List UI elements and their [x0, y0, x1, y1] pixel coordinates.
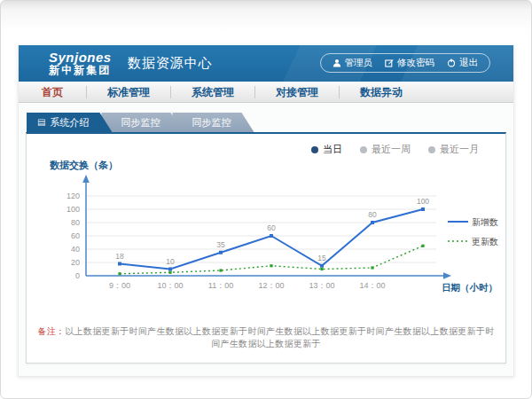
svg-text:35: 35 — [216, 240, 225, 249]
chart-svg: 0204060801001209：0010：0011：0012：0013：001… — [37, 158, 498, 313]
power-icon — [447, 59, 456, 67]
svg-text:120: 120 — [66, 192, 80, 200]
tab-label: 系统介绍 — [50, 113, 89, 132]
tab-label: 同步监控 — [192, 113, 231, 132]
svg-text:15: 15 — [317, 254, 326, 262]
svg-text:13：00: 13：00 — [309, 281, 334, 290]
radio-label: 最近一月 — [440, 143, 479, 156]
app-window: Synjones 新中新集团 数据资源中心 管理员 修改密码 — [18, 45, 514, 377]
svg-text:9：00: 9：00 — [109, 281, 130, 290]
user-icon — [332, 59, 341, 67]
svg-text:11：00: 11：00 — [208, 281, 233, 290]
svg-text:12：00: 12：00 — [258, 281, 284, 290]
footnote-text: 以上数据更新于时间产生数据以上数据更新于时间产生数据以上数据更新于时间产生数据以… — [65, 326, 494, 348]
tab-label: 同步监控 — [121, 113, 160, 132]
brand-logo-en: Synjones — [49, 51, 112, 65]
logout-button[interactable]: 退出 — [447, 57, 478, 69]
nav-item-interface-mgmt[interactable]: 对接管理 — [255, 86, 340, 98]
app-header: Synjones 新中新集团 数据资源中心 管理员 修改密码 — [19, 45, 513, 82]
radio-last-week[interactable]: 最近一周 — [360, 143, 411, 156]
svg-text:14：00: 14：00 — [359, 281, 385, 290]
brand-logo: Synjones 新中新集团 — [49, 51, 112, 75]
svg-text:10: 10 — [166, 257, 175, 266]
radio-last-month[interactable]: 最近一月 — [428, 143, 479, 156]
svg-text:80: 80 — [71, 218, 80, 227]
main-nav: 首页 标准管理 系统管理 对接管理 数据异动 — [19, 82, 513, 103]
radio-icon — [428, 146, 435, 153]
radio-icon — [360, 146, 367, 153]
radio-label: 最近一周 — [372, 143, 411, 156]
tab-system-intro[interactable]: ▤ 系统介绍 — [27, 113, 112, 132]
svg-text:40: 40 — [71, 245, 80, 254]
svg-text:10：00: 10：00 — [157, 281, 183, 290]
logout-label: 退出 — [459, 57, 478, 69]
svg-text:更新数据: 更新数据 — [472, 237, 498, 246]
nav-item-data-change[interactable]: 数据异动 — [340, 86, 423, 98]
edit-icon — [385, 59, 394, 67]
svg-text:100: 100 — [66, 205, 80, 214]
svg-text:60: 60 — [267, 223, 276, 232]
user-label: 管理员 — [345, 57, 373, 69]
svg-text:20: 20 — [71, 258, 80, 267]
brand-logo-cn: 新中新集团 — [49, 65, 112, 76]
page-frame: Synjones 新中新集团 数据资源中心 管理员 修改密码 — [0, 0, 532, 399]
footnote-label: 备注： — [37, 326, 65, 336]
page-title: 数据资源中心 — [128, 55, 213, 72]
document-icon: ▤ — [37, 118, 45, 127]
svg-text:数据交换（条）: 数据交换（条） — [49, 160, 118, 171]
svg-text:80: 80 — [368, 210, 377, 219]
svg-text:0: 0 — [75, 271, 80, 280]
chart-panel: 当日 最近一周 最近一月 0204060801001209：0010：0011：… — [26, 132, 506, 364]
user-menu: 管理员 修改密码 退出 — [320, 53, 491, 73]
time-range-filter: 当日 最近一周 最近一月 — [27, 134, 505, 156]
tab-sync-monitor-1[interactable]: 同步监控 — [101, 113, 183, 132]
change-password-label: 修改密码 — [397, 57, 434, 69]
nav-item-home[interactable]: 首页 — [19, 86, 87, 98]
line-chart: 0204060801001209：0010：0011：0012：0013：001… — [27, 156, 505, 317]
svg-text:100: 100 — [417, 197, 429, 206]
radio-label: 当日 — [323, 143, 342, 156]
svg-text:60: 60 — [71, 231, 80, 240]
tab-sync-monitor-2[interactable]: 同步监控 — [172, 113, 254, 132]
radio-icon — [311, 146, 318, 153]
content-area: ▤ 系统介绍 同步监控 同步监控 当日 — [19, 103, 513, 364]
radio-today[interactable]: 当日 — [311, 143, 342, 156]
footnote: 备注：以上数据更新于时间产生数据以上数据更新于时间产生数据以上数据更新于时间产生… — [27, 317, 505, 363]
nav-item-system-mgmt[interactable]: 系统管理 — [171, 86, 255, 98]
tab-bar: ▤ 系统介绍 同步监控 同步监控 — [27, 113, 506, 132]
svg-text:18: 18 — [115, 252, 124, 261]
svg-text:新增数据: 新增数据 — [472, 217, 498, 227]
svg-text:日期（小时）: 日期（小时） — [442, 282, 497, 293]
change-password-button[interactable]: 修改密码 — [385, 57, 434, 69]
user-account[interactable]: 管理员 — [332, 57, 373, 69]
nav-item-standard-mgmt[interactable]: 标准管理 — [87, 86, 171, 98]
